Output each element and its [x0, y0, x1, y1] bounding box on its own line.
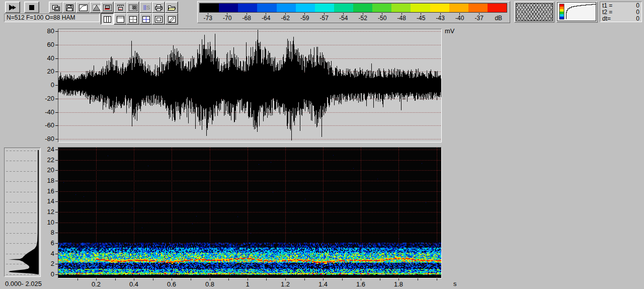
analysis-settings-field: N=512 F=100 O=88 HAM — [4, 14, 100, 22]
transfer-curve-button[interactable] — [76, 2, 90, 13]
colorbar-scale-value: -64 — [262, 15, 270, 21]
colorbar-label-slot: -57 — [314, 13, 334, 22]
ruler-view-icon — [116, 4, 125, 11]
colorbar-scale-value: -45 — [417, 15, 425, 21]
spectrogram-x-tick — [304, 278, 305, 280]
waveform-y-tick-label: -40 — [35, 109, 54, 116]
layout-quad-button[interactable] — [126, 13, 139, 25]
spectrogram-x-tick-label: 0.4 — [129, 281, 138, 288]
stop-icon — [28, 4, 35, 11]
spectrogram-x-tick — [153, 278, 153, 280]
spectrogram-x-tick-label: 1.8 — [394, 281, 403, 288]
spectrogram-x-tick — [228, 278, 229, 280]
colorbar-scale-value: -59 — [300, 15, 309, 21]
colorbar-scale-value: -50 — [378, 15, 386, 21]
colorbar-scale-value: -48 — [397, 15, 406, 21]
spectrogram-x-tick — [77, 278, 78, 280]
view-region-button[interactable] — [126, 2, 139, 13]
color-transfer-curve[interactable] — [556, 2, 598, 23]
view-waveform-button[interactable] — [101, 2, 114, 13]
colorbar-label-slot: -64 — [257, 13, 276, 22]
colorbar-segment — [468, 4, 488, 12]
colorbar-label-slot: -52 — [353, 13, 373, 22]
colorbar-scale-value: -62 — [281, 15, 290, 21]
time-readout-value: 0 — [636, 16, 639, 22]
time-unit-label: s — [453, 280, 457, 287]
spectrogram-x-tick — [266, 278, 267, 280]
colorbar-segment — [488, 4, 507, 12]
colorbar-scale-labels: -73-70-68-64-62-59-57-54-52-50-48-45-43-… — [198, 13, 508, 22]
print-button[interactable] — [152, 2, 165, 13]
waveform-y-tick-label: -80 — [35, 135, 54, 142]
colorbar-segment — [353, 4, 372, 12]
waveform-view-icon — [103, 4, 112, 11]
layout-top-ruler-button[interactable] — [114, 13, 127, 25]
toolbar: N=512 F=100 O=88 HAM -73-70-68-64-62-59-… — [0, 0, 644, 24]
spectrogram-x-tick — [191, 278, 191, 280]
copy-button[interactable] — [49, 2, 63, 13]
save-button[interactable] — [62, 2, 76, 13]
layout-vertical-cursors-button[interactable] — [101, 13, 114, 25]
time-range-label: 0.000- 2.025 — [5, 280, 42, 287]
waveform-y-tick-label: 0 — [35, 82, 54, 89]
spectrogram-canvas[interactable] — [58, 148, 441, 278]
section-spectrum-button[interactable]: S — [139, 2, 152, 13]
crosshair-icon — [141, 16, 150, 23]
waveform-y-tick-label: -60 — [35, 122, 54, 129]
colorbar-label-slot: -54 — [334, 13, 354, 22]
spectrogram-x-tick — [115, 278, 116, 280]
colorbar-label-slot: -43 — [431, 13, 450, 22]
save-icon — [65, 4, 73, 11]
colorbar-label-slot: -59 — [295, 13, 315, 22]
colorbar-label-slot: -37 — [469, 13, 489, 22]
colorbar-scale-value: -40 — [455, 15, 464, 21]
colorbar-label-slot: -40 — [450, 13, 470, 22]
waveform-plot[interactable] — [58, 29, 442, 142]
waveform-canvas[interactable] — [58, 29, 441, 142]
layout-frame-button[interactable] — [152, 13, 165, 25]
folder-open-icon — [167, 4, 176, 11]
colorbar-scale-value: -52 — [359, 15, 367, 21]
hatch-pattern — [516, 3, 553, 21]
colorbar-label-slot: -68 — [237, 13, 257, 22]
colorbar-label-slot: -45 — [412, 13, 431, 22]
waveform-y-tick-label: 40 — [35, 55, 54, 62]
quad-grid-icon — [128, 16, 137, 23]
waveform-unit-label: mV — [445, 27, 455, 35]
waveform-y-tick-label: 20 — [35, 68, 54, 75]
spectrogram-x-tick-label: 1.2 — [281, 281, 290, 288]
window-overlap-indicator[interactable] — [514, 2, 554, 23]
play-button[interactable] — [5, 2, 20, 13]
colorbar-scale-value: -43 — [436, 15, 445, 21]
vertical-cursors-icon — [103, 16, 112, 23]
pencil-icon — [167, 16, 176, 23]
average-spectrum-graphic — [5, 148, 40, 276]
colorbar-segment — [391, 4, 411, 12]
colorbar-scale-value: -37 — [475, 15, 484, 21]
edit-button[interactable] — [165, 13, 178, 25]
average-spectrum-panel[interactable] — [4, 148, 41, 277]
colorbar-segment — [219, 4, 238, 12]
region-view-icon — [128, 4, 137, 11]
spectrogram-x-tick-label: 0.6 — [167, 281, 176, 288]
spectrogram-x-tick — [380, 278, 380, 280]
colorbar-segment — [257, 4, 276, 12]
colorbar-scale-value: -54 — [339, 15, 348, 21]
copy-icon — [51, 4, 60, 11]
spectrogram-plot[interactable] — [58, 147, 442, 278]
colorbar-segment — [315, 4, 334, 12]
frame-icon — [154, 16, 163, 23]
spectrogram-x-tick — [437, 278, 437, 280]
open-file-button[interactable] — [165, 2, 178, 13]
spectrogram-x-tick — [418, 278, 418, 280]
stop-button[interactable] — [24, 2, 39, 13]
colorbar-label-slot: -48 — [392, 13, 412, 22]
view-ruler-button[interactable] — [114, 2, 127, 13]
colorbar-segment — [238, 4, 257, 12]
colorbar-segment — [277, 4, 296, 12]
colorbar-segment — [334, 4, 353, 12]
crosshair-button[interactable] — [139, 13, 152, 25]
colorbar-label-slot: dB — [489, 13, 509, 22]
time-readout-row: dt=0 — [602, 16, 639, 22]
spectrogram-x-tick-label: 1 — [246, 281, 249, 288]
